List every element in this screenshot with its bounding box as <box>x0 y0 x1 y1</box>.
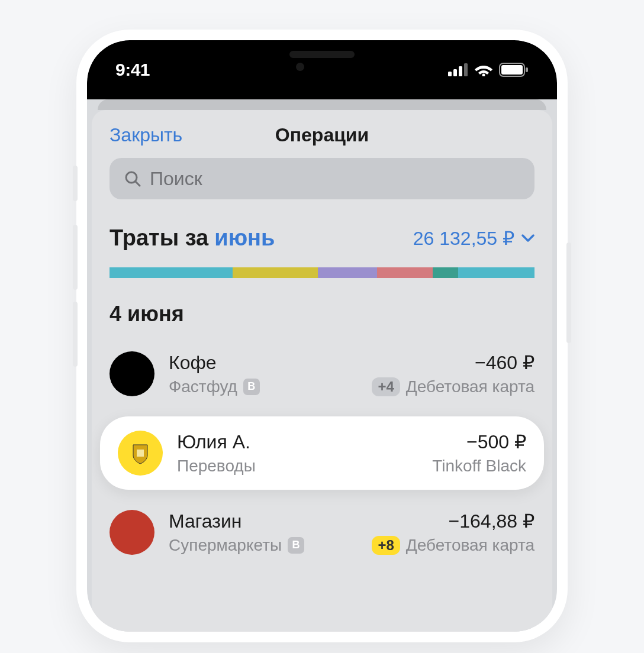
search-icon <box>124 170 141 188</box>
transaction-avatar <box>118 431 163 476</box>
cellular-icon <box>448 63 468 76</box>
transaction-title: Магазин <box>169 510 358 532</box>
summary-title: Траты за июнь <box>110 225 275 251</box>
transaction-subtitle: Переводы <box>177 457 418 476</box>
phone-notch <box>212 40 432 80</box>
receipt-icon: В <box>243 379 260 395</box>
transaction-row[interactable]: МагазинСупермаркетыВ−164,88 ₽+8Дебетовая… <box>92 496 552 569</box>
search-placeholder: Поиск <box>150 168 202 190</box>
svg-rect-10 <box>137 450 144 457</box>
chart-segment <box>233 267 318 278</box>
svg-point-4 <box>482 74 485 77</box>
status-icons <box>448 63 529 77</box>
spending-summary[interactable]: Траты за июнь 26 132,55 ₽ <box>92 215 552 263</box>
transaction-list: КофеФастфудВ−460 ₽+4Дебетовая картаЮлия … <box>92 337 552 569</box>
svg-line-9 <box>136 182 140 186</box>
date-header: 4 июня <box>92 295 552 337</box>
svg-rect-0 <box>448 72 452 76</box>
battery-icon <box>499 63 529 77</box>
cashback-badge: +8 <box>372 536 400 555</box>
transaction-source: +4Дебетовая карта <box>372 377 534 396</box>
transaction-avatar <box>110 351 154 396</box>
transaction-amount: −460 ₽ <box>372 351 534 374</box>
chart-segment <box>433 267 458 278</box>
chart-segment <box>458 267 534 278</box>
chart-segment <box>318 267 378 278</box>
cashback-badge: +4 <box>372 377 400 396</box>
transaction-right: −164,88 ₽+8Дебетовая карта <box>372 510 534 555</box>
page-title: Операции <box>275 124 369 146</box>
summary-amount: 26 132,55 ₽ <box>413 227 514 250</box>
app-content: Закрыть Операции Поиск Траты за июнь 26 … <box>92 110 552 632</box>
nav-header: Закрыть Операции <box>92 110 552 158</box>
phone-side-button <box>73 225 78 290</box>
receipt-icon: В <box>288 537 304 554</box>
svg-rect-2 <box>459 66 462 76</box>
transaction-row[interactable]: Юлия А.Переводы−500 ₽Tinkoff Black <box>100 416 544 490</box>
transaction-amount: −500 ₽ <box>432 431 526 453</box>
wifi-icon <box>474 63 493 76</box>
svg-rect-1 <box>453 69 457 76</box>
phone-side-button <box>73 166 78 201</box>
transaction-main: КофеФастфудВ <box>169 352 358 396</box>
chart-segment <box>110 267 233 278</box>
summary-prefix: Траты за <box>110 225 208 251</box>
chart-segment <box>377 267 432 278</box>
search-input[interactable]: Поиск <box>110 158 534 199</box>
transaction-row[interactable]: КофеФастфудВ−460 ₽+4Дебетовая карта <box>92 337 552 410</box>
modal-behind-peek <box>98 99 546 110</box>
svg-rect-6 <box>501 65 523 75</box>
chevron-down-icon <box>521 234 534 243</box>
phone-side-button <box>73 302 78 367</box>
status-time: 9:41 <box>115 60 150 80</box>
transaction-source: Tinkoff Black <box>432 457 526 476</box>
phone-screen: 9:41 Закрыть Операции Поиск Траты з <box>87 40 557 632</box>
phone-frame: 9:41 Закрыть Операции Поиск Траты з <box>76 30 568 642</box>
summary-total[interactable]: 26 132,55 ₽ <box>413 227 534 250</box>
transaction-title: Юлия А. <box>177 431 418 453</box>
transaction-main: Юлия А.Переводы <box>177 431 418 476</box>
summary-month: июнь <box>214 225 275 251</box>
transaction-source: +8Дебетовая карта <box>372 536 534 555</box>
phone-side-button <box>566 243 571 343</box>
svg-rect-3 <box>464 63 468 76</box>
close-button[interactable]: Закрыть <box>110 124 182 146</box>
search-wrap: Поиск <box>92 158 552 215</box>
transaction-amount: −164,88 ₽ <box>372 510 534 532</box>
transaction-subtitle: СупермаркетыВ <box>169 536 358 555</box>
transaction-main: МагазинСупермаркетыВ <box>169 510 358 555</box>
tinkoff-logo-icon <box>126 439 154 467</box>
transaction-title: Кофе <box>169 352 358 374</box>
transaction-right: −460 ₽+4Дебетовая карта <box>372 351 534 396</box>
category-chart[interactable] <box>110 267 534 278</box>
transaction-subtitle: ФастфудВ <box>169 377 358 396</box>
svg-rect-7 <box>526 67 528 72</box>
transaction-avatar <box>110 510 154 555</box>
transaction-right: −500 ₽Tinkoff Black <box>432 431 526 476</box>
